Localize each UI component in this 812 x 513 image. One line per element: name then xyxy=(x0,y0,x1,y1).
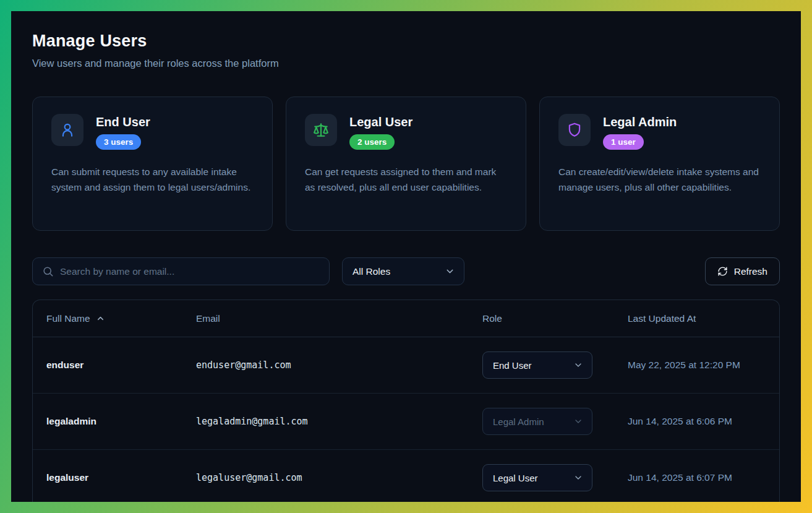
user-role-value: Legal Admin xyxy=(493,416,544,427)
table-header-row: Full Name Email Role Last Updated At xyxy=(33,300,779,337)
chevron-down-icon xyxy=(573,416,583,426)
role-card-description: Can submit requests to any available int… xyxy=(51,164,254,196)
chevron-down-icon xyxy=(445,266,455,277)
refresh-button[interactable]: Refresh xyxy=(705,257,780,285)
role-card-legal-user: Legal User 2 users Can get requests assi… xyxy=(286,97,526,231)
role-card-description: Can get requests assigned to them and ma… xyxy=(305,164,507,196)
manage-users-panel: Manage Users View users and manage their… xyxy=(11,11,801,502)
role-card-description: Can create/edit/view/delete intake syste… xyxy=(558,164,761,196)
column-header-last-updated[interactable]: Last Updated At xyxy=(628,313,779,324)
user-role-select: Legal Admin xyxy=(482,408,592,435)
user-count-badge: 3 users xyxy=(96,134,141,150)
scales-icon xyxy=(305,114,337,146)
role-card-title: End User xyxy=(96,115,150,129)
chevron-down-icon xyxy=(573,360,583,370)
column-header-role: Role xyxy=(482,313,628,324)
role-card-title: Legal Admin xyxy=(603,115,677,129)
column-header-full-name[interactable]: Full Name xyxy=(46,313,196,324)
refresh-icon xyxy=(717,266,728,277)
user-email: legaluser@gmail.com xyxy=(196,472,482,483)
chevron-down-icon xyxy=(573,473,583,483)
search-icon xyxy=(42,265,54,277)
role-card-title: Legal User xyxy=(349,115,412,129)
user-count-badge: 1 user xyxy=(603,134,644,150)
table-row: enduser enduser@gmail.com End User May 2… xyxy=(33,337,779,394)
users-table: Full Name Email Role Last Updated At end… xyxy=(32,300,780,502)
user-full-name: legaluser xyxy=(46,472,196,483)
user-count-badge: 2 users xyxy=(349,134,395,150)
sort-asc-icon xyxy=(96,314,105,323)
role-card-legal-admin: Legal Admin 1 user Can create/edit/view/… xyxy=(539,97,780,231)
search-input[interactable] xyxy=(32,257,330,285)
table-row: legaluser legaluser@gmail.com Legal User… xyxy=(33,450,779,502)
last-updated-at: May 22, 2025 at 12:20 PM xyxy=(628,360,779,371)
column-header-email[interactable]: Email xyxy=(196,313,482,324)
user-email: enduser@gmail.com xyxy=(196,360,482,371)
role-filter-value: All Roles xyxy=(353,266,390,277)
page-subtitle: View users and manage their roles across… xyxy=(32,58,780,69)
last-updated-at: Jun 14, 2025 at 6:07 PM xyxy=(628,472,779,483)
shield-icon xyxy=(558,114,591,146)
user-role-select[interactable]: Legal User xyxy=(482,464,592,491)
user-role-select[interactable]: End User xyxy=(482,351,592,379)
role-card-end-user: End User 3 users Can submit requests to … xyxy=(32,97,273,231)
user-icon xyxy=(51,114,83,146)
last-updated-at: Jun 14, 2025 at 6:06 PM xyxy=(628,416,779,427)
user-role-value: Legal User xyxy=(493,473,538,483)
user-full-name: legaladmin xyxy=(46,416,196,427)
role-summary-cards: End User 3 users Can submit requests to … xyxy=(32,97,780,231)
user-full-name: enduser xyxy=(46,360,196,371)
table-row: legaladmin legaladmin@gmail.com Legal Ad… xyxy=(33,394,779,450)
refresh-label: Refresh xyxy=(734,266,767,277)
toolbar: All Roles Refresh xyxy=(32,257,780,285)
user-email: legaladmin@gmail.com xyxy=(196,416,482,427)
user-role-value: End User xyxy=(493,360,532,371)
role-filter-select[interactable]: All Roles xyxy=(342,257,464,285)
page-title: Manage Users xyxy=(32,32,780,51)
